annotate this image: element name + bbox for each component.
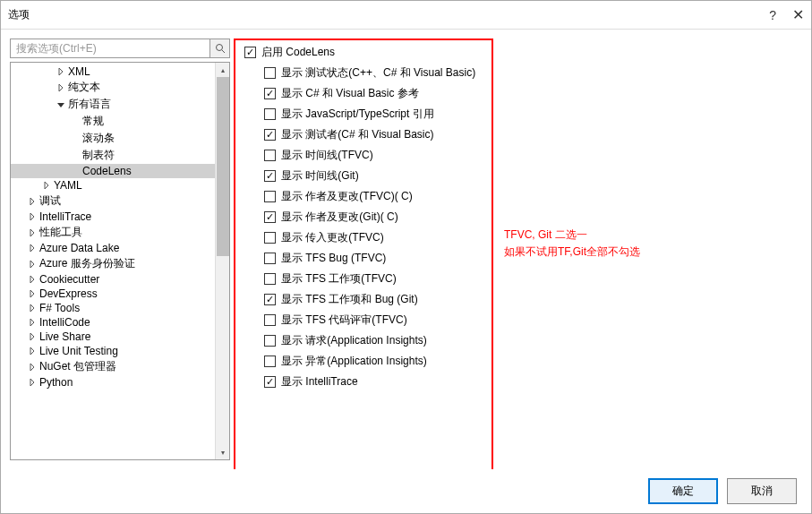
- chevron-right-icon[interactable]: [27, 243, 38, 253]
- tree-item-label: 所有语言: [68, 97, 111, 112]
- tree-item-label: Azure Data Lake: [39, 242, 119, 254]
- tree-item[interactable]: Azure 服务身份验证: [11, 255, 229, 272]
- ok-button[interactable]: 确定: [648, 478, 718, 504]
- chevron-right-icon[interactable]: [27, 331, 38, 342]
- tree-item[interactable]: YAML: [11, 178, 229, 193]
- chevron-down-icon[interactable]: [56, 99, 66, 110]
- option-checkbox[interactable]: [264, 232, 276, 244]
- option-checkbox[interactable]: [264, 253, 276, 264]
- tree-item[interactable]: Cookiecutter: [11, 272, 229, 287]
- option-checkbox[interactable]: [264, 294, 276, 305]
- annotation-text: TFVC, Git 二选一 如果不试用TF,Git全部不勾选: [504, 227, 640, 261]
- chevron-right-icon[interactable]: [27, 317, 38, 328]
- option-label: 显示 C# 和 Visual Basic 参考: [281, 86, 419, 101]
- search-row: [10, 39, 230, 58]
- chevron-right-icon[interactable]: [41, 180, 52, 191]
- option-label: 显示 TFS 工作项和 Bug (Git): [281, 292, 418, 307]
- tree-spacer: [70, 133, 81, 144]
- tree-item-label: YAML: [54, 179, 82, 192]
- tree-item[interactable]: Azure Data Lake: [11, 241, 229, 255]
- enable-codelens-checkbox[interactable]: [244, 47, 256, 58]
- chevron-right-icon[interactable]: [27, 346, 38, 356]
- tree-item[interactable]: NuGet 包管理器: [11, 358, 229, 375]
- chevron-right-icon[interactable]: [27, 211, 38, 222]
- tree-item[interactable]: 纯文本: [11, 79, 229, 96]
- option-checkbox[interactable]: [264, 129, 276, 141]
- chevron-right-icon[interactable]: [56, 82, 66, 93]
- tree-item-label: 滚动条: [82, 131, 115, 146]
- tree-item-label: IntelliCode: [39, 316, 90, 329]
- chevron-right-icon[interactable]: [56, 66, 66, 77]
- tree-item[interactable]: DevExpress: [11, 287, 229, 301]
- option-row: 显示 异常(Application Insights): [244, 351, 795, 372]
- option-row: 显示 TFS 代码评审(TFVC): [244, 310, 795, 330]
- content-area: XML纯文本所有语言常规滚动条制表符CodeLensYAML调试IntelliT…: [1, 30, 811, 469]
- chevron-right-icon[interactable]: [27, 274, 38, 285]
- search-button[interactable]: [210, 39, 230, 58]
- tree-spacer: [70, 166, 81, 176]
- chevron-right-icon[interactable]: [27, 227, 38, 238]
- search-input[interactable]: [10, 39, 210, 58]
- chevron-right-icon[interactable]: [27, 259, 38, 270]
- chevron-right-icon[interactable]: [27, 362, 38, 373]
- scrollbar[interactable]: ▴ ▾: [215, 63, 229, 459]
- tree-item-label: Python: [39, 376, 73, 389]
- option-label: 显示 测试者(C# 和 Visual Basic): [281, 127, 433, 142]
- option-checkbox[interactable]: [264, 67, 276, 79]
- tree-item[interactable]: 常规: [11, 113, 229, 130]
- option-checkbox[interactable]: [264, 335, 276, 347]
- tree-item[interactable]: 所有语言: [11, 96, 229, 113]
- option-checkbox[interactable]: [264, 314, 276, 326]
- option-checkbox[interactable]: [264, 356, 276, 367]
- option-checkbox[interactable]: [264, 376, 276, 388]
- master-checkbox-row: 启用 CodeLens: [244, 42, 795, 63]
- tree-item[interactable]: Live Share: [11, 330, 229, 344]
- left-panel: XML纯文本所有语言常规滚动条制表符CodeLensYAML调试IntelliT…: [10, 39, 230, 460]
- option-checkbox[interactable]: [264, 170, 276, 182]
- scroll-down-arrow[interactable]: ▾: [216, 445, 230, 459]
- option-checkbox[interactable]: [264, 108, 276, 120]
- close-button[interactable]: ✕: [792, 6, 804, 23]
- option-row: 显示 IntelliTrace: [244, 372, 795, 392]
- tree-item-label: 制表符: [82, 148, 115, 163]
- option-label: 显示 TFS 代码评审(TFVC): [281, 313, 407, 328]
- scroll-thumb[interactable]: [217, 77, 229, 256]
- option-row: 显示 作者及更改(TFVC)( C): [244, 186, 795, 207]
- option-checkbox[interactable]: [264, 211, 276, 223]
- option-row: 显示 C# 和 Visual Basic 参考: [244, 83, 795, 104]
- dialog-footer: 确定 取消: [1, 469, 811, 513]
- right-panel: TFVC, Git 二选一 如果不试用TF,Git全部不勾选 启用 CodeLe…: [237, 39, 802, 460]
- chevron-right-icon[interactable]: [27, 303, 38, 313]
- help-button[interactable]: ?: [769, 8, 776, 22]
- tree-item[interactable]: 性能工具: [11, 224, 229, 241]
- tree-item[interactable]: 调试: [11, 193, 229, 210]
- chevron-right-icon[interactable]: [27, 377, 38, 388]
- tree-item[interactable]: IntelliCode: [11, 315, 229, 330]
- chevron-right-icon[interactable]: [27, 288, 38, 299]
- tree-item-label: Cookiecutter: [39, 273, 99, 286]
- option-label: 显示 异常(Application Insights): [281, 354, 427, 369]
- option-row: 显示 请求(Application Insights): [244, 330, 795, 351]
- tree-item[interactable]: 制表符: [11, 147, 229, 164]
- cancel-button[interactable]: 取消: [727, 478, 797, 504]
- options-dialog: 选项 ? ✕ XML纯文本所有语言常规滚动条制表符CodeLensYAML调试I…: [0, 0, 812, 514]
- chevron-right-icon[interactable]: [27, 196, 38, 207]
- option-checkbox[interactable]: [264, 273, 276, 285]
- tree-item[interactable]: CodeLens: [11, 164, 229, 178]
- tree-spacer: [70, 116, 81, 127]
- tree-item-label: Azure 服务身份验证: [39, 256, 135, 271]
- tree-item-label: 常规: [82, 114, 104, 129]
- option-checkbox[interactable]: [264, 191, 276, 202]
- tree-item[interactable]: Python: [11, 375, 229, 390]
- annotation-line-1: TFVC, Git 二选一: [504, 227, 640, 244]
- tree-item[interactable]: IntelliTrace: [11, 210, 229, 224]
- scroll-up-arrow[interactable]: ▴: [216, 63, 230, 77]
- tree-item[interactable]: Live Unit Testing: [11, 344, 229, 358]
- tree-item[interactable]: F# Tools: [11, 301, 229, 315]
- option-label: 显示 测试状态(C++、C# 和 Visual Basic): [281, 65, 475, 81]
- option-checkbox[interactable]: [264, 150, 276, 161]
- option-checkbox[interactable]: [264, 88, 276, 99]
- tree-item[interactable]: 滚动条: [11, 130, 229, 147]
- option-row: 显示 JavaScript/TypeScript 引用: [244, 104, 795, 124]
- tree-item[interactable]: XML: [11, 64, 229, 79]
